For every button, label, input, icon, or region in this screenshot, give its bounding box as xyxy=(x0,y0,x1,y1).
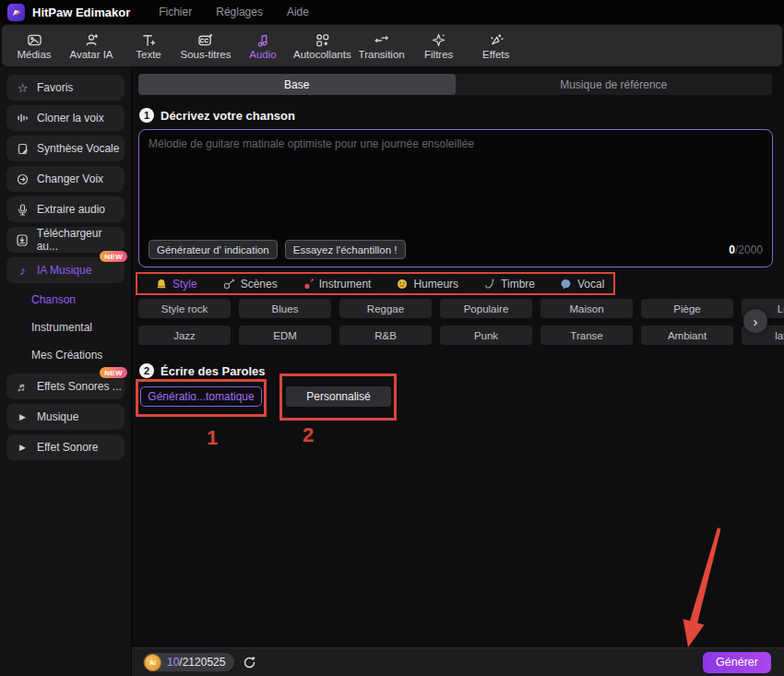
new-badge: NEW xyxy=(100,367,127,378)
sidebar-item-ia-musique[interactable]: ♪ IA Musique NEW xyxy=(6,257,125,283)
chip-style-rock[interactable]: Style rock xyxy=(138,299,231,318)
category-scenes[interactable]: Scènes xyxy=(210,278,291,291)
sidebar-subitem-instrumental[interactable]: Instrumental xyxy=(0,316,131,338)
avatar-icon xyxy=(84,31,100,48)
tool-transition[interactable]: Transition xyxy=(355,27,409,65)
prompt-footer: Générateur d' indication Essayez l'échan… xyxy=(148,240,763,259)
chip-populaire[interactable]: Populaire xyxy=(440,299,532,318)
try-sample-button[interactable]: Essayez l'échantillon ! xyxy=(285,240,406,259)
subtitles-icon xyxy=(197,31,214,48)
tool-effets[interactable]: Effets xyxy=(469,27,523,65)
annotation-box-2 xyxy=(279,374,397,421)
char-count-current: 0 xyxy=(729,243,735,256)
sidebar-item-musique[interactable]: ▶ Musique xyxy=(6,404,125,430)
tool-audio[interactable]: Audio xyxy=(236,27,290,65)
tool-filtres[interactable]: Filtres xyxy=(412,27,466,65)
app-window: HitPaw Edimakor Fichier Réglages Aide Mé… xyxy=(0,0,784,676)
lyrics-title: Écrire des Paroles xyxy=(160,364,265,378)
describe-title: Décrivez votre chanson xyxy=(160,109,295,123)
char-count-max: /2000 xyxy=(735,243,763,256)
tool-label: Transition xyxy=(359,49,405,60)
chip-blues[interactable]: Blues xyxy=(239,299,331,318)
chip-ambiant[interactable]: Ambiant xyxy=(641,326,733,345)
sidebar-subitem-chanson[interactable]: Chanson xyxy=(0,289,131,311)
bell-icon xyxy=(156,279,167,290)
category-humeurs[interactable]: Humeurs xyxy=(384,278,471,291)
titlebar: HitPaw Edimakor Fichier Réglages Aide xyxy=(0,0,784,24)
menu-aide[interactable]: Aide xyxy=(279,6,317,18)
transition-icon xyxy=(374,31,390,48)
refresh-icon[interactable] xyxy=(243,656,256,670)
tool-label: Autocollants xyxy=(293,49,351,60)
chips-scroll-right-button[interactable]: › xyxy=(743,309,767,333)
category-label: Instrument xyxy=(319,278,372,291)
music-note-icon: ♪ xyxy=(16,264,30,278)
sidebar-item-label: Synthèse Vocale xyxy=(37,142,119,155)
tool-autocollants[interactable]: Autocollants xyxy=(293,27,351,65)
category-timbre[interactable]: Timbre xyxy=(471,278,548,291)
sidebar-item-label: Favoris xyxy=(37,81,73,94)
new-badge: NEW xyxy=(100,251,127,262)
tool-texte[interactable]: Texte xyxy=(122,27,175,65)
category-vocal[interactable]: Vocal xyxy=(548,278,617,291)
tool-label: Effets xyxy=(482,49,509,60)
sidebar-item-changer-voix[interactable]: Changer Voix xyxy=(6,166,125,192)
chip-maison[interactable]: Maison xyxy=(540,299,633,318)
tool-medias[interactable]: Médias xyxy=(7,27,61,65)
sidebar-item-effet-sonore[interactable]: ▶ Effet Sonore xyxy=(6,434,125,460)
guitar-icon xyxy=(223,279,235,290)
sidebar-item-effets-sonores[interactable]: ♬ Effets Sonores ... NEW xyxy=(6,374,125,399)
credits-used: 10 xyxy=(167,656,179,669)
chip-piege[interactable]: Piège xyxy=(641,299,733,318)
char-counter: 0/2000 xyxy=(729,243,763,256)
genre-chips-row2: Jazz EDM R&B Punk Transe Ambiant latino xyxy=(138,326,784,345)
chip-reggae[interactable]: Reggae xyxy=(339,299,432,318)
sidebar-item-label: Effet Sonore xyxy=(37,441,99,454)
chip-edm[interactable]: EDM xyxy=(239,326,331,345)
song-description-input[interactable]: Mélodie de guitare matinale optimiste po… xyxy=(138,129,773,267)
category-label: Scènes xyxy=(241,278,278,291)
mic-red-icon xyxy=(303,279,314,290)
generate-button[interactable]: Générer xyxy=(703,652,771,673)
sidebar-item-extraire-audio[interactable]: Extraire audio xyxy=(6,196,125,222)
app-logo-icon xyxy=(7,4,25,21)
waveform-icon xyxy=(16,113,30,124)
tool-label: Médias xyxy=(17,49,51,60)
tool-label: Audio xyxy=(249,49,276,60)
sidebar-item-synthese-vocale[interactable]: Synthèse Vocale xyxy=(6,136,125,161)
tool-label: Filtres xyxy=(424,49,453,60)
chip-rnb[interactable]: R&B xyxy=(339,326,432,345)
sidebar-item-favoris[interactable]: ☆ Favoris xyxy=(6,75,125,101)
sidebar-subitem-mes-creations[interactable]: Mes Créations xyxy=(0,344,131,366)
main-panel: Base Musique de référence 1 Décrivez vot… xyxy=(132,66,784,676)
category-style[interactable]: Style xyxy=(143,278,210,291)
chip-transe[interactable]: Transe xyxy=(540,326,633,345)
tool-avatar-ia[interactable]: Avatar IA xyxy=(65,27,118,65)
menu-fichier[interactable]: Fichier xyxy=(150,6,200,18)
sidebar-item-label: Cloner la voix xyxy=(37,112,104,125)
annotation-box-1 xyxy=(136,379,267,417)
sidebar-item-telechargeur-audio[interactable]: Téléchargeur au... xyxy=(6,227,125,253)
tool-sous-titres[interactable]: Sous-titres xyxy=(179,27,232,65)
saxophone-icon xyxy=(484,279,495,290)
credits-counter: 10/2120525 xyxy=(167,656,225,669)
media-icon xyxy=(27,31,42,48)
microphone-icon xyxy=(16,204,30,216)
voice-change-icon xyxy=(16,173,30,185)
chip-punk[interactable]: Punk xyxy=(440,326,532,345)
lyrics-section-header: 2 Écrire des Paroles xyxy=(139,363,265,378)
sidebar-item-label: Effets Sonores ... xyxy=(37,380,122,393)
prompt-generator-button[interactable]: Générateur d' indication xyxy=(148,240,278,259)
subitem-label: Chanson xyxy=(31,293,76,306)
category-label: Style xyxy=(172,278,197,291)
category-instrument[interactable]: Instrument xyxy=(291,278,385,291)
sidebar-item-cloner-la-voix[interactable]: Cloner la voix xyxy=(6,105,125,131)
star-icon: ☆ xyxy=(16,81,30,95)
sidebar-item-label: Musique xyxy=(37,410,78,423)
tab-base[interactable]: Base xyxy=(138,74,456,95)
menu-reglages[interactable]: Réglages xyxy=(208,6,271,18)
tab-musique-reference[interactable]: Musique de référence xyxy=(456,74,773,95)
category-label: Humeurs xyxy=(413,278,458,291)
chip-jazz[interactable]: Jazz xyxy=(138,326,231,345)
category-label: Vocal xyxy=(577,278,604,291)
